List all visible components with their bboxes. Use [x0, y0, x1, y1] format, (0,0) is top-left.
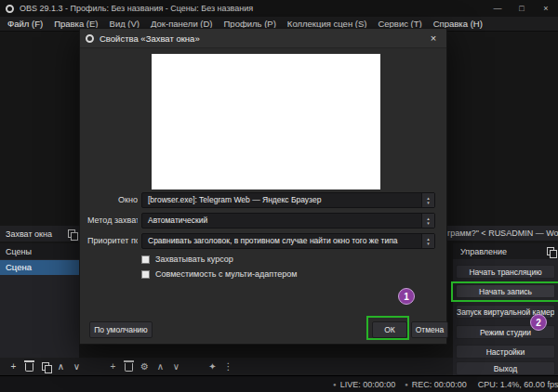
dock-toolbars: + ∧ ∨ + ⚙ ∧ ∨ ✦ ⋮ [0, 358, 453, 375]
combo-spinner-icon[interactable]: ▴▾ [421, 193, 434, 207]
capture-method-row: Метод захвата Автоматический ▴▾ [87, 213, 435, 229]
cpu-fps-stats: CPU: 1.4%, 60.00 fps [478, 380, 558, 389]
transition-icon[interactable]: ✦ [205, 358, 220, 375]
start-streaming-button[interactable]: Начать трансляцию [456, 265, 555, 279]
background-window-title-partial: грамм?" < RUSADMIN — Wor [447, 226, 558, 241]
capture-cursor-row: Захватывать курсор [141, 254, 233, 265]
dock-float-icon[interactable] [547, 247, 554, 255]
multi-adapter-checkbox[interactable] [141, 270, 150, 279]
multi-adapter-label: Совместимость с мульти-адаптером [155, 269, 297, 279]
window-title: OBS 29.1.3 - Профиль: Без названия - Сце… [20, 4, 253, 13]
window-capture-dock-title: Захват окна [6, 229, 68, 239]
window-capture-properties-dialog: Свойства «Захват окна» × Окно [browser.e… [79, 28, 447, 345]
capture-preview [152, 54, 380, 189]
combo-spinner-icon[interactable]: ▴▾ [421, 214, 434, 228]
capture-method-label: Метод захвата [87, 213, 138, 229]
maximize-button[interactable]: □ [510, 0, 534, 17]
dialog-title: Свойства «Захват окна» [100, 33, 200, 44]
source-properties-button[interactable]: ⚙ [137, 358, 153, 375]
controls-dock-header: Управление [453, 243, 558, 259]
window-label: Окно [87, 192, 138, 208]
close-button[interactable]: × [534, 0, 558, 17]
window-titlebar: OBS 29.1.3 - Профиль: Без названия - Сце… [0, 0, 558, 17]
settings-button[interactable]: Настройки [456, 345, 555, 359]
defaults-button[interactable]: По умолчанию [89, 321, 153, 338]
duplicate-scene-button[interactable] [37, 358, 53, 375]
rec-time: REC: 00:00:00 [412, 380, 467, 389]
dock-float-icon[interactable] [68, 229, 75, 238]
combo-spinner-icon[interactable]: ▴▾ [421, 234, 434, 248]
window-row: Окно [browser.exe]: Telegram Web — Яндек… [87, 192, 435, 208]
scene-up-button[interactable]: ∧ [53, 358, 69, 375]
record-status-icon: ● [405, 382, 408, 387]
scene-down-button[interactable]: ∨ [69, 358, 85, 375]
ok-button[interactable]: ОК [372, 321, 407, 338]
dialog-obs-icon [86, 34, 94, 43]
dialog-body: Окно [browser.exe]: Telegram Web — Яндек… [80, 47, 446, 344]
capture-method-select[interactable]: Автоматический [141, 213, 435, 229]
live-time: LIVE: 00:00:00 [340, 380, 396, 389]
statusbar: ● LIVE: 00:00:00 ● REC: 00:00:00 CPU: 1.… [0, 375, 558, 392]
more-options-kebab-icon[interactable]: ⋮ [220, 358, 236, 375]
annotation-step-1: 1 [398, 288, 415, 305]
capture-cursor-checkbox[interactable] [141, 255, 150, 264]
remove-scene-button[interactable] [21, 358, 37, 375]
source-up-button[interactable]: ∧ [153, 358, 168, 375]
match-priority-row: Приоритет под Сравнивать заголовок, в пр… [87, 233, 435, 249]
window-select[interactable]: [browser.exe]: Telegram Web — Яндекс Бра… [141, 192, 435, 208]
scene-list-item-selected[interactable]: Сцена [0, 260, 79, 275]
dialog-close-button[interactable]: × [420, 29, 446, 47]
remove-source-button[interactable] [121, 358, 137, 375]
obs-logo-icon [6, 5, 14, 13]
add-scene-button[interactable]: + [6, 358, 21, 375]
multi-adapter-row: Совместимость с мульти-адаптером [141, 268, 297, 280]
trash-icon [25, 363, 33, 372]
scenes-dock-header: Сцены [0, 243, 79, 259]
window-capture-dock-header: Захват окна [0, 226, 79, 242]
scenes-dock-title: Сцены [6, 247, 79, 256]
dialog-titlebar: Свойства «Захват окна» × [80, 29, 446, 48]
match-priority-select[interactable]: Сравнивать заголовок, в противном случае… [141, 233, 435, 249]
exit-button[interactable]: Выход [456, 361, 555, 375]
stream-status-icon: ● [333, 382, 337, 387]
add-source-button[interactable]: + [105, 358, 121, 375]
cancel-button[interactable]: Отмена [411, 321, 448, 338]
start-recording-button[interactable]: Начать запись [456, 284, 555, 298]
controls-dock-title: Управление [460, 247, 547, 256]
minimize-button[interactable]: — [485, 0, 510, 17]
copy-icon [42, 362, 49, 371]
trash-icon [125, 363, 133, 372]
menu-file[interactable]: Файл (F) [2, 17, 48, 32]
annotation-step-2: 2 [530, 314, 547, 331]
capture-cursor-label: Захватывать курсор [155, 255, 233, 264]
window-controls: — □ × [485, 0, 558, 17]
source-down-button[interactable]: ∨ [168, 358, 184, 375]
match-priority-label: Приоритет под [87, 233, 138, 249]
